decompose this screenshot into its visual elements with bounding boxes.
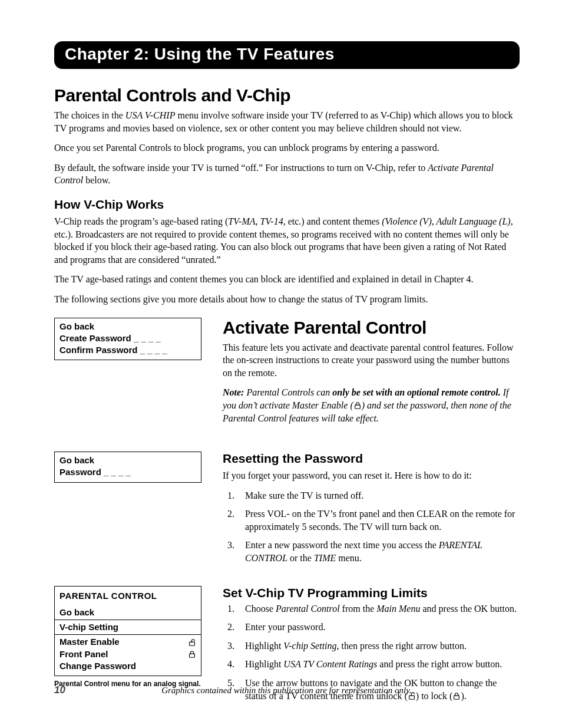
- menu-item: Password _ _ _ _: [59, 466, 196, 478]
- menu-item: Confirm Password _ _ _ _: [59, 344, 196, 356]
- text: Highlight: [245, 641, 283, 651]
- text: below.: [83, 175, 110, 185]
- text-italic: Main Menu: [376, 604, 420, 614]
- text-italic: Parental Control: [276, 604, 340, 614]
- intro-paragraph-3: By default, the software inside your TV …: [54, 162, 520, 187]
- list-item: Choose Parental Control from the Main Me…: [237, 602, 520, 615]
- menu-item: Go back: [59, 607, 196, 618]
- note-label: Note:: [223, 387, 244, 397]
- svg-rect-0: [355, 405, 360, 409]
- chapter-heading-bar: Chapter 2: Using the TV Features: [54, 41, 520, 69]
- list-item: Highlight V-chip Setting, then press the…: [237, 640, 520, 653]
- text: Enter a new password the next time you a…: [245, 540, 439, 550]
- menu-title: PARENTAL CONTROL: [59, 590, 196, 602]
- list-item: Enter a new password the next time you a…: [237, 539, 520, 564]
- heading-resetting-password: Resetting the Password: [223, 452, 520, 466]
- menu-box-password: Go back Password _ _ _ _: [54, 452, 201, 483]
- text-italic: USA TV Content Ratings: [283, 659, 377, 669]
- menu-item: Change Password: [59, 660, 196, 672]
- menu-item: Go back: [59, 454, 196, 466]
- reset-intro: If you forget your password, you can res…: [223, 469, 520, 482]
- how-paragraph-1: V-Chip reads the program’s age-based rat…: [54, 215, 520, 266]
- lock-closed-icon: [353, 401, 362, 410]
- heading-how-vchip-works: How V-Chip Works: [54, 197, 520, 212]
- intro-paragraph-1: The choices in the USA V-CHIP menu invol…: [54, 109, 520, 134]
- text-italic: (Violence (V), Adult Language (L): [382, 216, 510, 226]
- svg-rect-2: [190, 654, 195, 657]
- intro-paragraph-2: Once you set Parental Controls to block …: [54, 141, 520, 154]
- menu-item: Front Panel: [59, 648, 108, 660]
- text-italic: V-chip Setting: [283, 641, 336, 651]
- menu-item: Master Enable: [59, 636, 120, 648]
- page-footer: 10 Graphics contained within this public…: [0, 684, 562, 696]
- svg-rect-1: [190, 642, 195, 645]
- text: V-Chip reads the program’s age-based rat…: [54, 216, 228, 226]
- text: Highlight: [245, 659, 283, 669]
- text-italic: USA V-CHIP: [125, 110, 176, 120]
- text: menu.: [336, 553, 362, 563]
- list-item: Make sure the TV is turned off.: [237, 489, 520, 502]
- how-paragraph-3: The following sections give you more det…: [54, 293, 520, 306]
- lock-open-icon: [188, 638, 196, 647]
- list-item: Press VOL- on the TV’s front panel and t…: [237, 508, 520, 533]
- heading-set-vchip-limits: Set V-Chip TV Programming Limits: [223, 586, 520, 600]
- page-number: 10: [54, 684, 65, 696]
- text: from the: [340, 604, 377, 614]
- reset-steps-list: Make sure the TV is turned off. Press VO…: [223, 489, 520, 565]
- menu-box-parental-control: PARENTAL CONTROL Go back V-chip Setting …: [54, 586, 201, 677]
- list-item: Highlight USA TV Content Ratings and pre…: [237, 658, 520, 671]
- note-text: Parental Controls can: [244, 387, 332, 397]
- footer-disclaimer: Graphics contained within this publicati…: [89, 686, 520, 696]
- menu-item: V-chip Setting: [59, 621, 196, 633]
- menu-item: Create Password _ _ _ _: [59, 332, 196, 344]
- text: and press the OK button.: [420, 604, 517, 614]
- menu-divider: [55, 620, 201, 620]
- menu-box-create-password: Go back Create Password _ _ _ _ Confirm …: [54, 318, 201, 361]
- menu-divider: [55, 634, 201, 635]
- text: , then press the right arrow button.: [337, 641, 467, 651]
- text: Choose: [245, 604, 276, 614]
- how-paragraph-2: The TV age-based ratings and content the…: [54, 273, 520, 286]
- heading-parental-controls: Parental Controls and V-Chip: [54, 85, 520, 106]
- heading-activate-parental-control: Activate Parental Control: [223, 318, 520, 338]
- activate-note: Note: Parental Controls can only be set …: [223, 386, 520, 424]
- list-item: Enter your password.: [237, 621, 520, 634]
- text: , etc.) and content themes: [283, 216, 382, 226]
- menu-item: Go back: [59, 321, 196, 332]
- text: By default, the software inside your TV …: [54, 163, 428, 173]
- activate-paragraph: This feature lets you activate and deact…: [223, 341, 520, 380]
- text: or the: [287, 553, 314, 563]
- text-italic: TIME: [314, 553, 336, 563]
- lock-closed-icon: [188, 650, 196, 658]
- note-bold: only be set with an optional remote cont…: [332, 387, 500, 397]
- text: The choices in the: [54, 110, 125, 120]
- text: and press the right arrow button.: [377, 659, 502, 669]
- text-italic: TV-MA, TV-14: [228, 216, 283, 226]
